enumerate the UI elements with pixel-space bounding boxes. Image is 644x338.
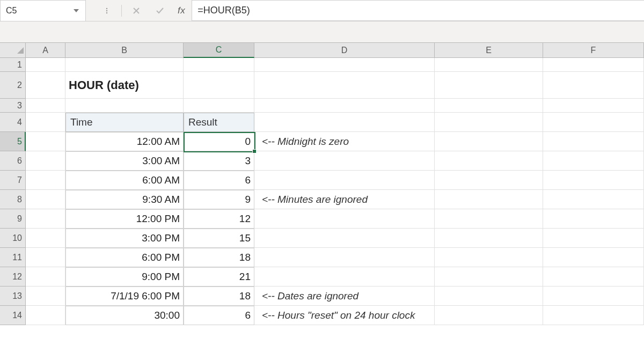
table-header-result[interactable]: Result — [184, 113, 254, 132]
cell[interactable] — [543, 171, 644, 190]
fx-label[interactable]: fx — [178, 5, 185, 16]
row-header[interactable]: 3 — [0, 99, 26, 113]
row-header[interactable]: 11 — [0, 248, 26, 267]
cell-time[interactable]: 7/1/19 6:00 PM — [65, 286, 184, 306]
cell-note[interactable] — [254, 209, 435, 229]
more-icon[interactable] — [101, 5, 113, 17]
row-header[interactable]: 8 — [0, 190, 26, 209]
cell[interactable] — [26, 286, 65, 306]
cell-time[interactable]: 9:30 AM — [65, 190, 184, 209]
row-header[interactable]: 5 — [0, 132, 26, 151]
name-box-dropdown-icon[interactable] — [71, 6, 81, 16]
cell-note[interactable] — [254, 171, 435, 190]
cell[interactable] — [254, 99, 435, 113]
cell-result[interactable]: 15 — [184, 229, 254, 248]
col-header-C[interactable]: C — [184, 43, 254, 58]
row-header[interactable]: 12 — [0, 267, 26, 286]
cell[interactable] — [254, 58, 435, 72]
cell[interactable] — [435, 151, 543, 171]
cell-result[interactable]: 18 — [184, 286, 254, 306]
cell[interactable] — [26, 58, 65, 72]
cell[interactable] — [26, 99, 65, 113]
cell-note[interactable] — [254, 229, 435, 248]
cell[interactable] — [184, 72, 254, 99]
cell[interactable] — [26, 113, 65, 132]
select-all-corner[interactable] — [0, 43, 26, 58]
cell-note[interactable] — [254, 267, 435, 286]
cell[interactable] — [543, 72, 644, 99]
cell[interactable] — [435, 267, 543, 286]
cell[interactable] — [254, 113, 435, 132]
cell[interactable] — [543, 267, 644, 286]
cell[interactable] — [26, 151, 65, 171]
cell[interactable] — [26, 229, 65, 248]
formula-input[interactable]: =HOUR(B5) — [192, 0, 644, 21]
cell-result[interactable]: 18 — [184, 248, 254, 267]
cell[interactable] — [26, 72, 65, 99]
cell[interactable] — [543, 306, 644, 325]
cell-time[interactable]: 6:00 PM — [65, 248, 184, 267]
cell[interactable] — [184, 99, 254, 113]
cell[interactable] — [543, 190, 644, 209]
cell[interactable] — [543, 99, 644, 113]
cell[interactable] — [26, 171, 65, 190]
cell[interactable] — [435, 229, 543, 248]
row-header[interactable]: 7 — [0, 171, 26, 190]
cell[interactable] — [435, 72, 543, 99]
table-header-time[interactable]: Time — [65, 113, 184, 132]
cell-result[interactable]: 12 — [184, 209, 254, 229]
cancel-icon[interactable] — [130, 5, 142, 17]
cell[interactable] — [184, 58, 254, 72]
col-header-D[interactable]: D — [254, 43, 435, 58]
cell[interactable] — [65, 99, 184, 113]
col-header-A[interactable]: A — [26, 43, 65, 58]
cell-result[interactable]: 6 — [184, 306, 254, 325]
cell-time[interactable]: 6:00 AM — [65, 171, 184, 190]
cell[interactable] — [435, 132, 543, 151]
cell-note[interactable] — [254, 151, 435, 171]
cell[interactable] — [543, 248, 644, 267]
name-box[interactable]: C5 — [0, 0, 86, 21]
cell[interactable] — [26, 248, 65, 267]
row-header[interactable]: 9 — [0, 209, 26, 229]
cell[interactable] — [26, 209, 65, 229]
cell-note[interactable]: <-- Minutes are ignored — [254, 190, 435, 209]
cell[interactable] — [543, 286, 644, 306]
cell[interactable] — [543, 209, 644, 229]
col-header-B[interactable]: B — [65, 43, 184, 58]
row-header[interactable]: 6 — [0, 151, 26, 171]
cell-result[interactable]: 21 — [184, 267, 254, 286]
cell-note[interactable] — [254, 248, 435, 267]
cell[interactable] — [543, 58, 644, 72]
cell[interactable] — [435, 99, 543, 113]
row-header[interactable]: 2 — [0, 72, 26, 99]
cell[interactable] — [435, 306, 543, 325]
col-header-E[interactable]: E — [435, 43, 543, 58]
row-header[interactable]: 10 — [0, 229, 26, 248]
cell[interactable] — [435, 113, 543, 132]
cell[interactable] — [26, 132, 65, 151]
cell[interactable] — [435, 171, 543, 190]
col-header-F[interactable]: F — [543, 43, 644, 58]
cell[interactable] — [543, 229, 644, 248]
cell[interactable] — [254, 72, 435, 99]
cell-result[interactable]: 3 — [184, 151, 254, 171]
row-header[interactable]: 14 — [0, 306, 26, 325]
row-header[interactable]: 13 — [0, 286, 26, 306]
cell-result[interactable]: 6 — [184, 171, 254, 190]
cell[interactable] — [435, 190, 543, 209]
cell[interactable] — [435, 286, 543, 306]
cell-note[interactable]: <-- Dates are ignored — [254, 286, 435, 306]
cell-time[interactable]: 12:00 AM — [65, 132, 184, 151]
cell[interactable] — [543, 151, 644, 171]
cell[interactable] — [26, 190, 65, 209]
cell[interactable] — [543, 113, 644, 132]
cell-time[interactable]: 3:00 AM — [65, 151, 184, 171]
row-header[interactable]: 4 — [0, 113, 26, 132]
cell-result[interactable]: 0 — [184, 132, 254, 151]
cell[interactable] — [435, 209, 543, 229]
cell-note[interactable]: <-- Midnight is zero — [254, 132, 435, 151]
cell-time[interactable]: 9:00 PM — [65, 267, 184, 286]
cell-note[interactable]: <-- Hours "reset" on 24 hour clock — [254, 306, 435, 325]
cell-time[interactable]: 3:00 PM — [65, 229, 184, 248]
